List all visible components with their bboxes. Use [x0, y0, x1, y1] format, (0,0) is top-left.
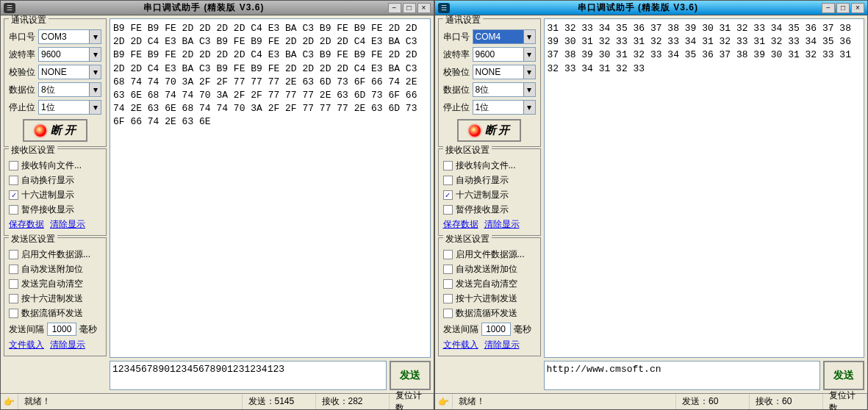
disconnect-button[interactable]: 断 开 [457, 119, 522, 142]
maximize-button[interactable]: □ [836, 3, 850, 13]
tx-loadfile-link[interactable]: 文件载入 [443, 339, 478, 351]
rx-save-link[interactable]: 保存数据 [443, 218, 478, 231]
baud-combo[interactable]: 9600▾ [38, 47, 101, 62]
disconnect-button[interactable]: 断 开 [23, 119, 87, 142]
tx-title: 发送区设置 [9, 233, 57, 245]
titlebar[interactable]: ☰ 串口调试助手 (精装版 V3.6) − □ × [1, 1, 434, 15]
stopbits-combo[interactable]: 1位▾ [38, 100, 101, 115]
minimize-button[interactable]: − [822, 3, 835, 13]
rx-hex-label: 十六进制显示 [21, 189, 74, 201]
chevron-down-icon[interactable]: ▾ [523, 83, 535, 96]
rx-title: 接收区设置 [9, 144, 57, 157]
tx-interval-label: 发送间隔 [443, 323, 478, 336]
tx-clear-link[interactable]: 清除显示 [484, 339, 520, 351]
main-area: 31 32 33 34 35 36 37 38 39 30 31 32 33 3… [544, 18, 865, 390]
tx-hexsend-checkbox[interactable] [9, 294, 18, 303]
chevron-down-icon[interactable]: ▾ [89, 83, 101, 96]
rx-pause-checkbox[interactable] [9, 205, 18, 215]
chevron-down-icon[interactable]: ▾ [523, 48, 535, 61]
port-combo[interactable]: COM4▾ [473, 29, 536, 44]
rx-to-file-checkbox[interactable] [443, 161, 453, 170]
maximize-button[interactable]: □ [403, 3, 416, 13]
tx-interval-input[interactable] [481, 323, 511, 336]
rx-pause-checkbox[interactable] [443, 205, 453, 215]
tx-interval-unit: 毫秒 [79, 323, 97, 336]
disconnect-label: 断 开 [485, 123, 510, 137]
baud-label: 波特率 [443, 48, 470, 61]
tx-loop-label: 数据流循环发送 [21, 307, 83, 320]
databits-combo[interactable]: 8位▾ [38, 82, 101, 97]
port-label: 串口号 [443, 31, 470, 43]
window-title: 串口调试助手 (精装版 V3.6) [20, 1, 388, 14]
rx-hex-checkbox[interactable]: ✓ [9, 190, 18, 200]
tx-title: 发送区设置 [443, 233, 492, 245]
rx-autowrap-checkbox[interactable] [9, 176, 18, 185]
tx-clear-link[interactable]: 清除显示 [50, 339, 85, 351]
reset-counter-button[interactable]: 复位计数 [823, 394, 867, 409]
parity-combo[interactable]: NONE▾ [473, 65, 536, 79]
tx-loop-checkbox[interactable] [443, 309, 453, 318]
rx-save-link[interactable]: 保存数据 [9, 218, 44, 231]
chevron-down-icon[interactable]: ▾ [523, 65, 535, 79]
rx-settings-group: 接收区设置 接收转向文件... 自动换行显示 ✓十六进制显示 暂停接收显示 保存… [438, 148, 541, 236]
tx-input[interactable]: 123456789012345678901231234123 [110, 361, 387, 390]
tx-filesrc-checkbox[interactable] [9, 250, 18, 259]
reset-counter-button[interactable]: 复位计数 [390, 394, 434, 409]
tx-loop-checkbox[interactable] [9, 309, 18, 318]
main-area: B9 FE B9 FE 2D 2D 2D 2D C4 E3 BA C3 B9 F… [110, 18, 431, 390]
tx-loadfile-link[interactable]: 文件载入 [9, 339, 44, 351]
close-button[interactable]: × [851, 3, 864, 13]
rx-clear-link[interactable]: 清除显示 [50, 218, 85, 231]
tx-filesrc-label: 启用文件数据源... [456, 248, 525, 261]
titlebar[interactable]: ☰ 串口调试助手 (精装版 V3.6) − □ × [435, 1, 868, 15]
baud-combo[interactable]: 9600▾ [473, 47, 536, 62]
parity-combo[interactable]: NONE▾ [38, 65, 101, 79]
app-icon: ☰ [438, 3, 450, 13]
parity-label: 校验位 [9, 66, 35, 79]
rx-pause-label: 暂停接收显示 [456, 204, 509, 216]
stopbits-label: 停止位 [9, 101, 35, 114]
port-label: 串口号 [9, 31, 35, 43]
tx-filesrc-checkbox[interactable] [443, 250, 453, 259]
tx-hexsend-label: 按十六进制发送 [456, 292, 517, 305]
rx-autowrap-checkbox[interactable] [443, 176, 453, 185]
window-controls: − □ × [822, 3, 864, 13]
stopbits-label: 停止位 [443, 101, 470, 114]
tx-interval-input[interactable] [47, 323, 76, 336]
tx-autoclear-checkbox[interactable] [9, 279, 18, 289]
stopbits-combo[interactable]: 1位▾ [473, 100, 536, 115]
tx-input[interactable]: http://www.cmsoft.cn [544, 361, 821, 390]
chevron-down-icon[interactable]: ▾ [89, 101, 101, 114]
port-combo[interactable]: COM3▾ [38, 29, 101, 44]
tx-autoclear-label: 发送完自动清空 [456, 278, 517, 290]
tx-hexsend-checkbox[interactable] [443, 294, 453, 303]
databits-combo[interactable]: 8位▾ [473, 82, 536, 97]
rx-textarea[interactable]: B9 FE B9 FE 2D 2D 2D 2D C4 E3 BA C3 B9 F… [110, 18, 431, 358]
tx-autoextra-checkbox[interactable] [443, 265, 453, 274]
chevron-down-icon[interactable]: ▾ [89, 65, 101, 79]
comm-settings-group: 通讯设置 串口号COM4▾ 波特率9600▾ 校验位NONE▾ 数据位8位▾ 停… [438, 18, 541, 147]
chevron-down-icon[interactable]: ▾ [523, 30, 535, 43]
rx-textarea[interactable]: 31 32 33 34 35 36 37 38 39 30 31 32 33 3… [544, 18, 865, 358]
disconnect-label: 断 开 [51, 123, 76, 137]
parity-label: 校验位 [443, 66, 470, 79]
rx-hex-checkbox[interactable]: ✓ [443, 190, 453, 200]
minimize-button[interactable]: − [388, 3, 401, 13]
tx-autoclear-checkbox[interactable] [443, 279, 453, 289]
comm-title: 通讯设置 [9, 15, 49, 26]
close-button[interactable]: × [417, 3, 431, 13]
chevron-down-icon[interactable]: ▾ [89, 30, 101, 43]
chevron-down-icon[interactable]: ▾ [523, 101, 535, 114]
chevron-down-icon[interactable]: ▾ [89, 48, 101, 61]
tx-autoextra-checkbox[interactable] [9, 265, 18, 274]
tx-filesrc-label: 启用文件数据源... [21, 248, 90, 261]
tx-hexsend-label: 按十六进制发送 [21, 292, 83, 305]
rx-clear-link[interactable]: 清除显示 [484, 218, 520, 231]
sidebar: 通讯设置 串口号COM3▾ 波特率9600▾ 校验位NONE▾ 数据位8位▾ 停… [4, 18, 107, 390]
send-button[interactable]: 发送 [390, 361, 431, 390]
send-button[interactable]: 发送 [823, 361, 864, 390]
rx-to-file-checkbox[interactable] [9, 161, 18, 170]
comm-title: 通讯设置 [443, 15, 483, 26]
connection-status-icon [35, 125, 46, 137]
status-ready: 就绪！ [18, 394, 243, 409]
